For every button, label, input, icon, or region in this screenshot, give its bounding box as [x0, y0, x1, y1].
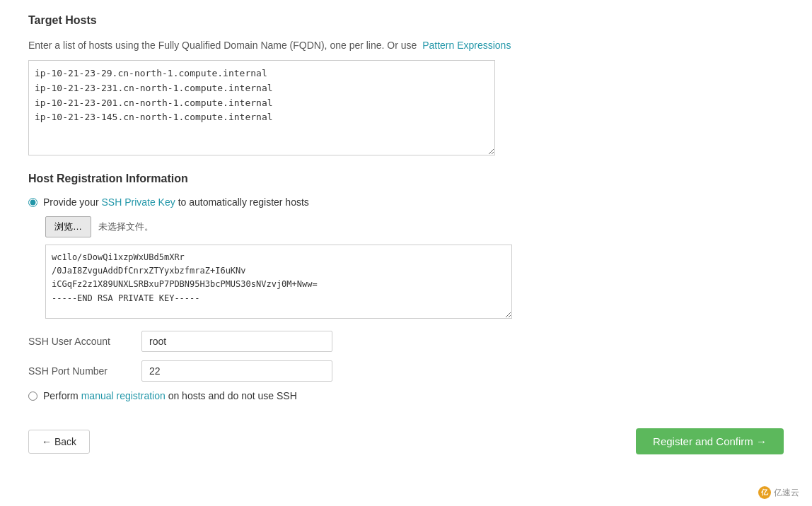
manual-radio-row: Perform manual registration on hosts and…	[28, 390, 784, 401]
back-button[interactable]: ← Back	[28, 430, 90, 454]
file-label: 未选择文件。	[98, 220, 153, 233]
register-confirm-button[interactable]: Register and Confirm →	[636, 428, 784, 454]
ssh-port-label: SSH Port Number	[28, 365, 141, 377]
target-hosts-section: Target Hosts Enter a list of hosts using…	[28, 14, 784, 155]
target-hosts-title: Target Hosts	[28, 14, 784, 31]
ssh-private-key-link[interactable]: SSH Private Key	[101, 196, 175, 208]
description-text: Enter a list of hosts using the Fully Qu…	[28, 40, 417, 51]
manual-registration-radio[interactable]	[28, 392, 37, 401]
key-textarea-wrapper	[45, 245, 512, 321]
ssh-pk-suffix: to automatically register hosts	[178, 196, 309, 208]
browse-button[interactable]: 浏览…	[45, 216, 91, 237]
manual-registration-link[interactable]: manual registration	[81, 390, 166, 401]
pattern-expressions-link[interactable]: Pattern Expressions	[422, 40, 511, 51]
ssh-port-input[interactable]	[141, 360, 332, 382]
target-hosts-description: Enter a list of hosts using the Fully Qu…	[28, 38, 784, 53]
manual-text: Perform	[43, 390, 79, 401]
ssh-port-row: SSH Port Number	[28, 360, 784, 382]
hosts-textarea[interactable]	[28, 60, 495, 155]
ssh-user-row: SSH User Account	[28, 331, 784, 352]
host-registration-title: Host Registration Information	[28, 172, 784, 189]
ssh-private-key-radio-row: Provide your SSH Private Key to automati…	[28, 196, 784, 208]
ssh-pk-prefix: Provide your	[43, 196, 99, 208]
bottom-action-bar: ← Back Register and Confirm →	[28, 421, 784, 454]
ssh-user-input[interactable]	[141, 331, 332, 352]
manual-suffix: on hosts and do not use SSH	[168, 390, 297, 401]
watermark: 亿 亿速云	[758, 486, 799, 499]
file-input-row: 浏览… 未选择文件。	[45, 216, 784, 237]
ssh-private-key-radio[interactable]	[28, 198, 37, 207]
host-registration-section: Host Registration Information Provide yo…	[28, 172, 784, 401]
key-textarea[interactable]	[45, 245, 512, 319]
ssh-user-label: SSH User Account	[28, 336, 141, 347]
watermark-icon: 亿	[758, 486, 771, 499]
watermark-text: 亿速云	[774, 487, 799, 499]
